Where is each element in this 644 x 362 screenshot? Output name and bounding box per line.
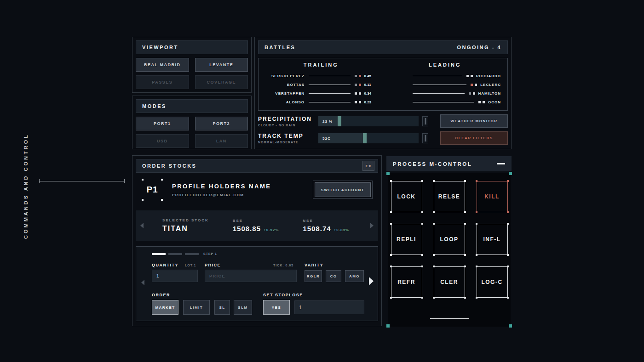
resize-handle[interactable] [386,172,390,175]
next-stock-arrow-icon[interactable] [370,223,374,228]
modes-port2-button[interactable]: PORT2 [195,117,248,130]
modes-button-grid: PORT1 PORT2 USB LAN [136,117,248,148]
varity-amo-button[interactable]: AMO [345,270,364,282]
battles-title: BATTLES [264,45,295,50]
gap-value: 0.45 [364,74,377,78]
form-previous-arrow-icon[interactable] [141,280,144,285]
varity-rglr-button[interactable]: RGLR [305,270,322,282]
viewport-levante-button[interactable]: LEVANTE [195,58,248,72]
process-refr-button[interactable]: REFR [391,266,422,298]
viewport-passes-button[interactable]: PASSES [136,75,189,89]
corner-mark-icon [464,223,466,225]
corner-mark-icon [433,180,435,182]
switch-account-button[interactable]: SWITCH ACCOUNT [315,182,371,197]
process-logc-button[interactable]: LOG-C [477,266,508,298]
order-slm-button[interactable]: SLM [234,300,252,315]
process-infl-button[interactable]: INF-L [477,224,508,255]
corner-mark-icon [142,179,144,181]
viewport-title: VIEWPORT [142,45,178,50]
modes-panel: MODES PORT1 PORT2 USB LAN [132,96,252,149]
stoplose-yes-button[interactable]: YES [263,300,290,315]
battles-panel: BATTLES ONGOING - 4 TRAILING SERGIO PERE… [254,37,512,149]
form-next-arrow-icon[interactable] [369,277,374,285]
resize-handle[interactable] [509,324,512,328]
viewport-panel: VIEWPORT REAL MADRID LEVANTE PASSES COVE… [132,37,252,93]
quantity-label: QUANTITY [152,263,178,267]
clear-filters-button[interactable]: CLEAR FILTERS [440,131,508,145]
trailing-column: TRAILING SERGIO PEREZ 0.45 BOTTAS 0.11 V… [265,62,377,110]
corner-mark-icon [421,297,423,299]
varity-label: VARITY [305,263,323,267]
order-sl-button[interactable]: SL [214,300,230,315]
track-temp-slider[interactable] [422,133,428,143]
corner-mark-icon [507,180,509,182]
corner-mark-icon [464,266,466,267]
corner-mark-icon [464,254,466,256]
profile-badge: P1 [142,179,163,201]
gap-line [413,93,465,94]
modes-port1-button[interactable]: PORT1 [136,117,189,130]
process-button-label: KILL [484,193,500,200]
order-market-button[interactable]: MARKET [152,300,178,315]
trailing-column-header: TRAILING [265,62,377,68]
varity-co-button[interactable]: CO [326,270,341,282]
battles-board: TRAILING SERGIO PEREZ 0.45 BOTTAS 0.11 V… [258,58,508,111]
gap-line [309,76,351,76]
drawer-handle[interactable] [430,318,469,319]
process-loop-button[interactable]: LOOP [434,224,465,255]
corner-mark-icon [421,211,423,213]
precipitation-row: PRECIPITATION CLOUDY - NO RAIN 23 % WEAT… [258,114,508,128]
minimize-icon[interactable] [497,163,505,164]
process-relse-button[interactable]: RELSE [434,181,465,212]
precipitation-bar[interactable]: 23 % [318,116,419,126]
corner-mark-icon [161,179,163,181]
viewport-real-madrid-button[interactable]: REAL MADRID [136,58,189,72]
status-square [359,84,361,86]
stoplose-input[interactable] [294,300,364,314]
process-button-label: RELSE [438,193,460,200]
track-temp-row: TRACK TEMP NORMAL-MODERATE 52C CLEAR FIL… [258,131,508,145]
track-temp-value: 52C [322,136,331,140]
process-cler-button[interactable]: CLER [434,266,465,298]
corner-mark-icon [433,211,435,213]
profile-badge-label: P1 [146,185,158,195]
step-segment [185,253,199,255]
corner-mark-icon [464,180,466,182]
corner-mark-icon [464,211,466,213]
status-square [359,101,361,103]
price-input[interactable] [205,270,297,282]
expand-button[interactable]: EX [362,161,374,171]
modes-usb-button[interactable]: USB [136,134,189,148]
status-square [359,75,361,77]
quantity-input[interactable] [152,270,198,282]
bse-change: +0.92% [264,228,279,232]
resize-handle[interactable] [509,172,512,175]
status-square [483,101,485,103]
corner-mark-icon [476,180,477,182]
viewport-coverage-button[interactable]: COVERAGE [195,75,248,89]
driver-name: LECLERC [480,83,501,87]
modes-lan-button[interactable]: LAN [195,134,248,148]
precipitation-subtitle: CLOUDY - NO RAIN [258,124,318,127]
order-limit-button[interactable]: LIMIT [183,300,210,315]
process-repli-button[interactable]: REPLI [391,224,422,255]
trailing-row: BOTTAS 0.11 [265,80,377,89]
order-form: STEP 1 QUANTITY LOT:1 PRICE TICK: 0.05 V… [136,246,378,321]
corner-mark-icon [507,266,509,267]
gap-line [413,85,467,85]
process-kill-button[interactable]: KILL [477,181,508,212]
process-lock-button[interactable]: LOCK [391,181,422,212]
status-square [466,75,469,77]
precipitation-slider[interactable] [422,116,428,126]
status-square [355,101,357,103]
status-square [473,92,475,95]
weather-monitor-button[interactable]: WEATHER MONITOR [440,114,508,128]
driver-name: ALONSO [265,100,305,104]
process-control-body: LOCK RELSE KILL REPLI LOOP INF-L REFR C [388,173,511,327]
track-temp-bar[interactable]: 52C [318,133,419,143]
status-square [469,92,471,95]
step-label: STEP 1 [203,252,217,255]
previous-stock-arrow-icon[interactable] [140,223,144,228]
resize-handle[interactable] [386,324,390,328]
leading-column: LEADING RICCIARDO LECLERC HAMILTON [389,62,501,110]
